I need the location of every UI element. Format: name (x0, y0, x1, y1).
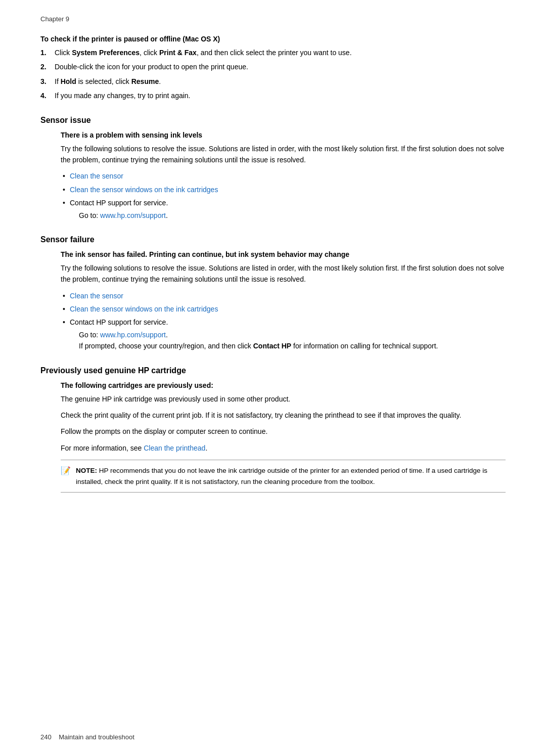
go-to-end-2: . (166, 331, 168, 339)
contact-hp-text-2: Contact HP support for service. (70, 318, 168, 326)
contact-hp-text-1: Contact HP support for service. (70, 199, 168, 207)
step-2: 2. Double-click the icon for your produc… (40, 61, 506, 72)
bullet-clean-sensor-1: Clean the sensor (61, 170, 506, 182)
chapter-label: Chapter 9 (40, 15, 506, 23)
bullet-contact-hp-2: Contact HP support for service. Go to: w… (61, 317, 506, 351)
para4-after: . (205, 444, 207, 452)
prev-used-para4: For more information, see Clean the prin… (61, 442, 506, 454)
footer-text: Maintain and troubleshoot (59, 733, 134, 741)
prev-used-para1: The genuine HP ink cartridge was previou… (61, 393, 506, 405)
step-3: 3. If Hold is selected, click Resume. (40, 76, 506, 87)
if-prompted-text: If prompted, choose your country/region,… (79, 342, 438, 350)
clean-sensor-windows-link-1[interactable]: Clean the sensor windows on the ink cart… (70, 186, 218, 194)
sensor-failure-section: Sensor failure The ink sensor has failed… (40, 235, 506, 352)
print-fax-bold: Print & Fax (159, 49, 197, 57)
prev-used-heading: Previously used genuine HP cartridge (40, 366, 506, 375)
go-to-block-1: Go to: www.hp.com/support. (79, 210, 506, 221)
page-number: 240 (40, 733, 52, 741)
page-footer: 240 Maintain and troubleshoot (40, 733, 134, 741)
sensor-issue-bullets: Clean the sensor Clean the sensor window… (61, 170, 506, 221)
sensor-issue-intro: Try the following solutions to resolve t… (61, 143, 506, 166)
clean-sensor-windows-link-2[interactable]: Clean the sensor windows on the ink cart… (70, 305, 218, 313)
bullet-clean-sensor-windows-2: Clean the sensor windows on the ink cart… (61, 303, 506, 315)
sensor-failure-heading: Sensor failure (40, 235, 506, 244)
sensor-issue-subheading: There is a problem with sensing ink leve… (61, 131, 506, 139)
sensor-failure-subheading: The ink sensor has failed. Printing can … (61, 250, 506, 258)
hold-bold: Hold (61, 77, 76, 85)
note-label: NOTE: (76, 467, 97, 474)
clean-printhead-link[interactable]: Clean the printhead (144, 444, 205, 452)
go-to-label-1: Go to: (79, 211, 100, 219)
note-box: 📝 NOTE: HP recommends that you do not le… (61, 460, 506, 493)
contact-hp-bold: Contact HP (253, 342, 291, 350)
bullet-clean-sensor-2: Clean the sensor (61, 290, 506, 301)
prev-used-para3: Follow the prompts on the display or com… (61, 426, 506, 437)
hp-support-link-2[interactable]: www.hp.com/support (100, 331, 166, 339)
para4-before: For more information, see (61, 444, 144, 452)
go-to-end-1: . (166, 211, 168, 219)
step-1: 1. Click System Preferences, click Print… (40, 47, 506, 58)
sensor-failure-bullets: Clean the sensor Clean the sensor window… (61, 290, 506, 352)
prev-used-section: Previously used genuine HP cartridge The… (40, 366, 506, 493)
note-text: HP recommends that you do not leave the … (76, 467, 487, 485)
note-content: NOTE: HP recommends that you do not leav… (76, 465, 506, 487)
prev-used-content: The following cartridges are previously … (61, 381, 506, 493)
bullet-contact-hp-1: Contact HP support for service. Go to: w… (61, 197, 506, 221)
prev-used-para2: Check the print quality of the current p… (61, 410, 506, 421)
bullet-clean-sensor-windows-1: Clean the sensor windows on the ink cart… (61, 184, 506, 195)
system-prefs-bold: System Preferences (72, 49, 140, 57)
go-to-block-2: Go to: www.hp.com/support. If prompted, … (79, 329, 506, 352)
clean-sensor-link-2[interactable]: Clean the sensor (70, 292, 123, 300)
step-4: 4. If you made any changes, try to print… (40, 90, 506, 101)
sensor-failure-content: The ink sensor has failed. Printing can … (61, 250, 506, 352)
printer-check-heading: To check if the printer is paused or off… (40, 35, 506, 43)
sensor-issue-heading: Sensor issue (40, 116, 506, 125)
note-icon: 📝 (61, 466, 71, 475)
hp-support-link-1[interactable]: www.hp.com/support (100, 211, 166, 219)
go-to-label-2: Go to: (79, 331, 100, 339)
prev-used-subheading: The following cartridges are previously … (61, 381, 506, 389)
printer-check-section: To check if the printer is paused or off… (40, 35, 506, 102)
resume-bold: Resume (131, 77, 159, 85)
sensor-issue-section: Sensor issue There is a problem with sen… (40, 116, 506, 221)
sensor-failure-intro: Try the following solutions to resolve t… (61, 262, 506, 285)
sensor-issue-content: There is a problem with sensing ink leve… (61, 131, 506, 221)
clean-sensor-link-1[interactable]: Clean the sensor (70, 172, 123, 180)
printer-check-steps: 1. Click System Preferences, click Print… (40, 47, 506, 102)
